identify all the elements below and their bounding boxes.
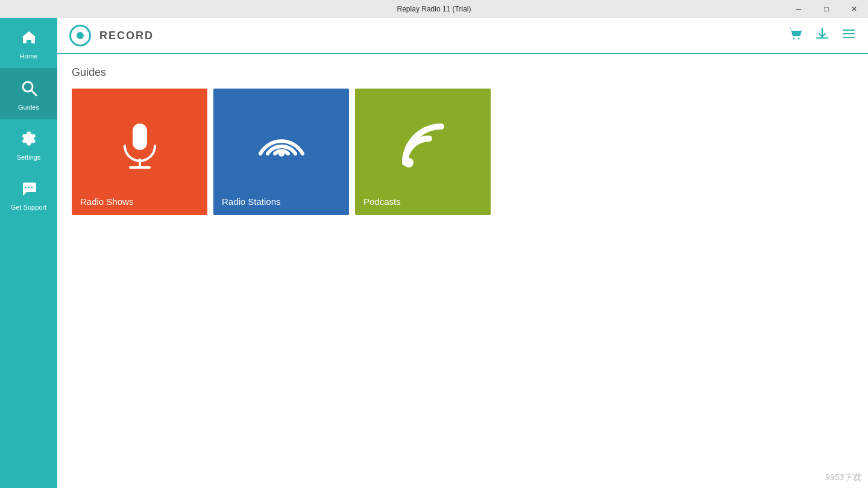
content-area: Guides Radio Shows <box>57 54 868 488</box>
svg-point-2 <box>25 187 27 189</box>
tile-podcasts-label: Podcasts <box>363 196 401 207</box>
svg-point-13 <box>278 151 285 157</box>
watermark: 9953下载 <box>825 472 861 483</box>
rss-icon <box>399 124 447 174</box>
topbar-left: RECORD <box>69 25 154 46</box>
titlebar: Replay Radio 11 (Trial) ─ □ ✕ <box>0 0 868 18</box>
menu-icon[interactable] <box>841 27 856 45</box>
sidebar-item-home-label: Home <box>20 52 37 60</box>
tile-radio-stations[interactable]: Radio Stations <box>213 89 349 215</box>
tile-radio-shows-label: Radio Shows <box>80 196 133 207</box>
broadcast-icon <box>254 124 309 174</box>
record-dot <box>77 32 84 39</box>
topbar-title: RECORD <box>99 30 154 42</box>
search-icon <box>20 79 38 100</box>
sidebar-item-support-label: Get Support <box>11 204 46 211</box>
svg-point-4 <box>31 187 33 189</box>
microphone-icon <box>116 120 164 177</box>
close-button[interactable]: ✕ <box>840 0 868 18</box>
app-container: Home Guides Settings <box>0 18 868 488</box>
chat-icon <box>20 180 37 200</box>
titlebar-title: Replay Radio 11 (Trial) <box>397 5 471 13</box>
titlebar-controls: ─ □ ✕ <box>785 0 868 18</box>
maximize-button[interactable]: □ <box>813 0 840 18</box>
sidebar-item-support[interactable]: Get Support <box>0 169 57 219</box>
sidebar-item-home[interactable]: Home <box>0 18 57 68</box>
svg-point-5 <box>793 38 795 40</box>
gear-icon <box>20 130 37 150</box>
tile-podcasts[interactable]: Podcasts <box>355 89 491 215</box>
tiles-container: Radio Shows <box>72 89 854 215</box>
tile-radio-shows[interactable]: Radio Shows <box>72 89 207 215</box>
sidebar: Home Guides Settings <box>0 18 57 488</box>
topbar-right <box>788 27 856 45</box>
cart-icon[interactable] <box>788 27 803 45</box>
svg-point-14 <box>404 158 414 167</box>
sidebar-item-settings-label: Settings <box>17 154 41 161</box>
svg-rect-10 <box>133 124 147 150</box>
sidebar-item-guides-label: Guides <box>18 104 39 111</box>
svg-point-6 <box>798 38 800 40</box>
sidebar-item-guides[interactable]: Guides <box>0 68 57 119</box>
home-icon <box>20 29 37 49</box>
topbar: RECORD <box>57 18 868 54</box>
sidebar-item-settings[interactable]: Settings <box>0 119 57 169</box>
tile-radio-stations-label: Radio Stations <box>222 196 281 207</box>
main-content: RECORD <box>57 18 868 488</box>
svg-point-3 <box>28 187 30 189</box>
section-title: Guides <box>72 66 854 79</box>
record-icon <box>69 25 91 46</box>
svg-line-1 <box>31 90 36 95</box>
minimize-button[interactable]: ─ <box>785 0 813 18</box>
download-icon[interactable] <box>815 27 829 45</box>
